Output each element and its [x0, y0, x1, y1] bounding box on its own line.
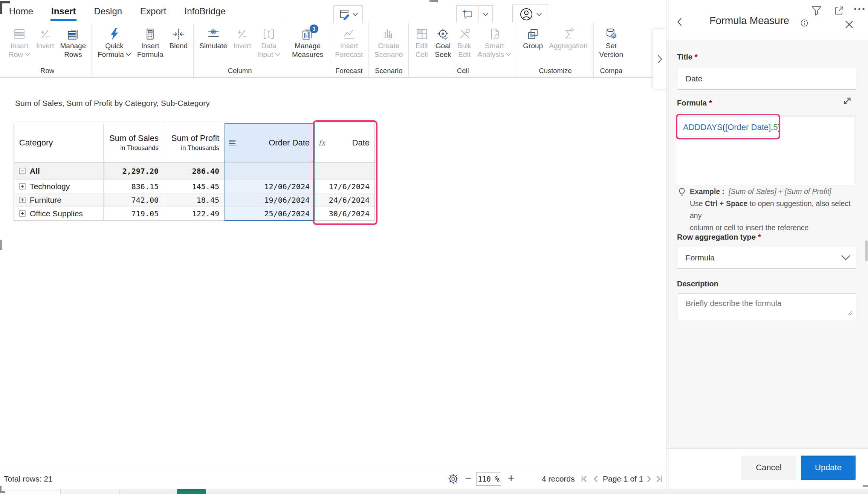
update-button[interactable]: Update	[801, 456, 856, 480]
column-header-order-date[interactable]: Order Date	[225, 123, 315, 162]
first-page-button[interactable]	[580, 475, 588, 483]
ribbon-button-goal-seek[interactable]: Goal Seek	[432, 26, 454, 59]
tab-insert[interactable]: Insert	[50, 1, 76, 22]
open-in-new-icon[interactable]	[833, 5, 845, 17]
ribbon-button-insert-forecast[interactable]: Insert Forecast	[332, 26, 366, 59]
sales-cell[interactable]: 836.15	[104, 180, 164, 193]
ribbon-button-blend[interactable]: Blend	[167, 26, 191, 50]
column-header-category[interactable]: Category	[14, 123, 104, 162]
formula-hint: Example : [Sum of Sales] + [Sum of Profi…	[677, 185, 858, 234]
next-page-button[interactable]	[645, 475, 653, 483]
ribbon-button-data-input[interactable]: Data Input	[254, 26, 283, 59]
date-cell[interactable]: 24/6/2024	[315, 193, 374, 206]
cancel-button[interactable]: Cancel	[741, 456, 796, 480]
chevron-down-icon[interactable]	[479, 13, 492, 16]
ribbon-button-aggregation[interactable]: Aggregation	[546, 26, 590, 50]
ribbon-overflow-button[interactable]	[653, 29, 666, 89]
last-page-button[interactable]	[655, 475, 663, 483]
collapse-row-icon[interactable]	[19, 168, 26, 174]
tab-home[interactable]: Home	[8, 1, 34, 22]
ribbon: Insert Row Invert Manage Rows Row	[0, 23, 666, 78]
date-cell[interactable]: 17/6/2024	[315, 180, 374, 193]
ribbon-button-insert-row[interactable]: Insert Row	[6, 26, 33, 59]
expand-formula-icon[interactable]	[842, 96, 853, 106]
ribbon-button-quick-formula[interactable]: Quick Formula	[95, 26, 134, 59]
aggregation-select[interactable]: Formula	[677, 247, 856, 269]
ribbon-group-label: Cell	[411, 66, 514, 77]
category-cell[interactable]: Office Supplies	[14, 207, 104, 220]
profit-cell[interactable]: 122.49	[164, 207, 225, 220]
ribbon-button-create-scenario[interactable]: Create Scenario	[371, 26, 406, 59]
set-version-icon	[604, 26, 618, 41]
ribbon-group-label	[289, 66, 326, 77]
ribbon-button-edit-cell[interactable]: Edit Cell	[411, 26, 432, 59]
ribbon-button-bulk-edit[interactable]: Bulk Edit	[454, 26, 475, 59]
table-row[interactable]: Technology 836.15 145.45 12/06/2024 17/6…	[14, 180, 374, 193]
description-field-label: Description	[677, 280, 718, 288]
column-header-profit[interactable]: Sum of Profitin Thousands	[164, 123, 225, 162]
ribbon-button-manage-measures[interactable]: 3 Manage Measures	[289, 26, 326, 59]
zoom-in-button[interactable]: +	[508, 473, 515, 484]
order-date-cell[interactable]	[225, 162, 315, 179]
panel-scrollbar-thumb[interactable]	[865, 240, 868, 262]
column-header-date[interactable]: fx Date	[315, 123, 374, 162]
ribbon-button-smart-analysis[interactable]: Smart Analysis	[475, 26, 515, 59]
more-options-icon[interactable]	[853, 7, 866, 11]
title-field-label: Title*	[677, 53, 698, 61]
expand-row-icon[interactable]	[19, 197, 26, 203]
tab-infobridge[interactable]: InfoBridge	[183, 1, 226, 22]
column-drag-icon[interactable]	[229, 139, 236, 146]
title-input[interactable]	[677, 68, 856, 90]
column-header-sales[interactable]: Sum of Salesin Thousands	[104, 123, 164, 162]
ribbon-button-invert-row[interactable]: Invert	[33, 26, 57, 50]
profit-cell[interactable]: 145.45	[164, 180, 225, 193]
ribbon-group-row: Insert Row Invert Manage Rows Row	[3, 23, 92, 77]
add-comment-icon	[457, 8, 478, 21]
expand-row-icon[interactable]	[19, 210, 26, 217]
formula-editor[interactable]: ADDDAYS([Order Date],5)	[676, 116, 856, 185]
sales-cell[interactable]: 719.05	[104, 207, 164, 220]
ribbon-group-scenario: Create Scenario Scenario	[369, 23, 409, 77]
previous-page-button[interactable]	[591, 475, 600, 483]
ribbon-button-set-version[interactable]: Set Version	[596, 26, 626, 59]
order-date-cell[interactable]: 12/06/2024	[225, 180, 315, 193]
ribbon-button-manage-rows[interactable]: Manage Rows	[57, 26, 89, 59]
category-cell[interactable]: All	[14, 162, 104, 179]
chevron-down-icon	[536, 13, 542, 16]
category-cell[interactable]: Technology	[14, 180, 104, 193]
profit-cell[interactable]: 18.45	[164, 193, 225, 206]
info-icon[interactable]	[800, 19, 808, 27]
date-cell[interactable]	[315, 162, 374, 179]
panel-title: Formula Measure	[682, 15, 817, 27]
manage-rows-icon	[66, 26, 80, 41]
expand-row-icon[interactable]	[19, 183, 26, 190]
sales-cell[interactable]: 742.00	[104, 193, 164, 206]
account-button[interactable]	[512, 5, 548, 24]
category-cell[interactable]: Furniture	[14, 193, 104, 206]
tab-design[interactable]: Design	[93, 1, 123, 22]
ribbon-group-label	[95, 66, 191, 77]
table-header-row: Category Sum of Salesin Thousands Sum of…	[14, 123, 374, 162]
date-cell[interactable]: 30/6/2024	[315, 207, 374, 220]
sales-cell[interactable]: 2,297.20	[104, 162, 164, 179]
ribbon-button-insert-formula[interactable]: Insert Formula	[134, 26, 167, 59]
goal-seek-icon	[436, 26, 450, 41]
table-row[interactable]: All 2,297.20 286.40	[14, 162, 374, 180]
order-date-cell[interactable]: 25/06/2024	[225, 207, 315, 220]
ribbon-button-simulate[interactable]: Simulate	[196, 26, 230, 50]
ribbon-button-invert-column[interactable]: Invert	[230, 26, 254, 50]
ribbon-button-group[interactable]: Group	[520, 26, 546, 50]
order-date-cell[interactable]: 19/06/2024	[225, 193, 315, 206]
zoom-out-button[interactable]: −	[465, 473, 472, 484]
edit-view-split-button[interactable]	[333, 5, 363, 23]
table-settings-button[interactable]	[447, 473, 460, 485]
left-edge-handle[interactable]	[0, 240, 2, 250]
close-icon[interactable]	[844, 20, 854, 29]
tab-export[interactable]: Export	[139, 1, 167, 22]
zoom-level-input[interactable]	[476, 472, 501, 486]
add-comment-split-button[interactable]	[456, 5, 493, 23]
table-row[interactable]: Office Supplies 719.05 122.49 25/06/2024…	[14, 207, 374, 220]
profit-cell[interactable]: 286.40	[164, 162, 225, 179]
table-row[interactable]: Furniture 742.00 18.45 19/06/2024 24/6/2…	[14, 193, 374, 207]
description-textarea[interactable]	[677, 293, 856, 320]
